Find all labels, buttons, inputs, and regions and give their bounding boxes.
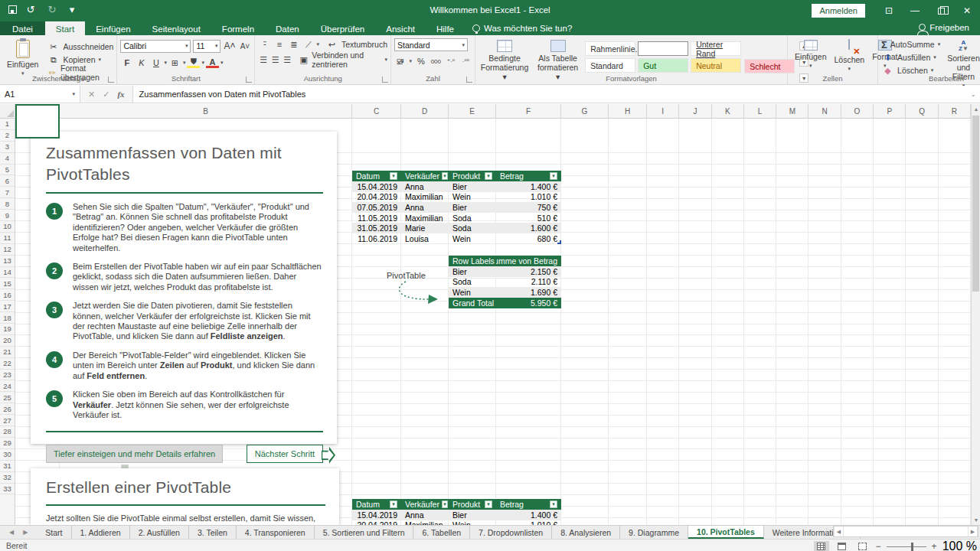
expand-formula-bar-icon[interactable]: ⌄ xyxy=(966,86,980,103)
row-header[interactable]: 9 xyxy=(0,210,15,221)
row-header[interactable]: 26 xyxy=(0,403,15,415)
zoom-in-icon[interactable]: + xyxy=(932,543,937,550)
column-header[interactable]: N xyxy=(808,104,841,118)
style-unterer-rand[interactable]: Unterer Rand xyxy=(691,41,741,56)
next-step-button[interactable]: Nächster Schritt xyxy=(247,445,323,463)
row-header[interactable]: 6 xyxy=(0,175,15,187)
row-header[interactable]: 23 xyxy=(0,370,15,381)
accounting-format-icon[interactable]: 🖳 xyxy=(394,55,407,67)
underline-dropdown-icon[interactable]: ▾ xyxy=(164,60,167,66)
sheet-tab-sortieren[interactable]: 5. Sortieren und Filtern xyxy=(315,526,414,539)
filter-icon[interactable]: ▼ xyxy=(390,500,397,508)
column-header[interactable]: I xyxy=(647,104,679,118)
table-resize-handle[interactable] xyxy=(557,240,561,244)
column-header[interactable]: K xyxy=(712,104,744,118)
column-header[interactable]: M xyxy=(776,104,808,118)
row-header[interactable]: 1 xyxy=(0,119,15,130)
selected-cell-a1[interactable] xyxy=(15,104,60,139)
tab-start[interactable]: Start xyxy=(45,21,85,35)
sheet-tab-ausfuellen[interactable]: 2. Ausfüllen xyxy=(130,526,189,539)
clipboard-dialog-launcher-icon[interactable] xyxy=(108,77,114,83)
row-header[interactable]: 17 xyxy=(0,301,15,312)
cancel-entry-icon[interactable]: ✕ xyxy=(88,90,95,99)
pivot-row[interactable]: Bier 2.150 € xyxy=(449,266,561,277)
fill-color-icon[interactable]: ⛊ xyxy=(187,58,200,68)
pivot-row[interactable]: Soda 2.110 € xyxy=(449,277,561,288)
italic-button[interactable]: K xyxy=(135,57,148,69)
scroll-down-icon[interactable]: ▼ xyxy=(972,515,980,525)
pivot-grand-total-row[interactable]: Grand Total 5.950 € xyxy=(449,298,561,308)
table-row[interactable]: 20.04.2019 Maximilian Wein 1.010 € xyxy=(352,520,561,525)
increase-decimal-icon[interactable]: ⁺·⁰ xyxy=(445,55,457,67)
close-icon[interactable]: ✕ xyxy=(954,0,980,21)
sign-in-button[interactable]: Anmelden xyxy=(812,4,865,18)
table-row[interactable]: 20.04.2019 Maximilian Wein 1.010 € xyxy=(352,192,561,203)
row-header[interactable]: 24 xyxy=(0,380,15,392)
row-header[interactable]: 29 xyxy=(0,438,15,449)
row-header[interactable]: 28 xyxy=(0,426,15,438)
row-header[interactable]: 13 xyxy=(0,256,15,267)
column-header[interactable]: B xyxy=(60,104,352,118)
table-row[interactable]: 15.04.2019 Anna Bier 1.400 € xyxy=(352,510,561,520)
row-header[interactable]: 8 xyxy=(0,198,15,210)
column-header[interactable]: C xyxy=(352,104,401,118)
horizontal-scrollbar[interactable]: ◀ ▶ xyxy=(833,526,978,537)
row-header[interactable]: 22 xyxy=(0,358,15,370)
percent-icon[interactable]: % xyxy=(415,55,427,67)
ribbon-display-options-icon[interactable]: ⊡ xyxy=(876,0,902,21)
orientation-icon[interactable]: ⟋ xyxy=(302,38,315,51)
table-row[interactable]: 11.05.2019 Maximilian Soda 510 € xyxy=(352,213,561,223)
zoom-out-icon[interactable]: − xyxy=(876,543,881,550)
page-break-view-icon[interactable] xyxy=(855,541,871,551)
tell-me-box[interactable]: Was möchten Sie tun? xyxy=(465,21,580,35)
row-header[interactable]: 31 xyxy=(0,461,15,472)
row-header[interactable]: 21 xyxy=(0,347,15,358)
table-row[interactable]: 31.05.2019 Marie Soda 1.600 € xyxy=(352,223,561,233)
column-header[interactable]: O xyxy=(841,104,874,118)
align-top-icon[interactable]: ⸚ xyxy=(258,38,271,51)
name-box[interactable]: A1 ▾ xyxy=(0,86,80,103)
sheet-tab-addieren[interactable]: 1. Addieren xyxy=(72,526,130,539)
column-header[interactable]: E xyxy=(449,104,496,118)
row-header[interactable]: 2 xyxy=(0,130,15,142)
learn-more-button[interactable]: Tiefer einsteigen und mehr Details erfah… xyxy=(46,445,223,463)
insert-function-icon[interactable]: fx xyxy=(117,90,124,99)
column-header[interactable]: F xyxy=(496,104,561,118)
align-middle-icon[interactable]: ≡ xyxy=(273,38,286,51)
style-standard[interactable]: Standard xyxy=(585,58,635,73)
name-box-dropdown-icon[interactable]: ▾ xyxy=(72,91,75,97)
prev-sheet-icon[interactable]: ◀ xyxy=(9,529,14,536)
font-color-icon[interactable]: A xyxy=(206,58,219,68)
filter-icon[interactable]: ▼ xyxy=(485,500,492,508)
align-center-icon[interactable]: ☰ xyxy=(270,54,281,66)
sheet-tab-tabellen[interactable]: 6. Tabellen xyxy=(413,526,470,539)
next-sheet-icon[interactable]: ▶ xyxy=(23,529,28,536)
row-header[interactable]: 33 xyxy=(0,484,15,495)
tab-ansicht[interactable]: Ansicht xyxy=(375,21,426,35)
filter-icon[interactable]: ▼ xyxy=(550,500,557,508)
number-format-select[interactable]: Standard▾ xyxy=(394,38,468,51)
normal-view-icon[interactable] xyxy=(814,541,829,551)
row-header[interactable]: 10 xyxy=(0,221,15,233)
table-row[interactable]: 15.04.2019 Anna Bier 1.400 € xyxy=(352,181,561,192)
sheet-tab-dropdownlisten[interactable]: 7. Dropdownlisten xyxy=(470,526,552,539)
fill-button[interactable]: ⬇Ausfüllen▾ xyxy=(881,51,940,64)
column-header[interactable]: J xyxy=(679,104,711,118)
row-header[interactable]: 12 xyxy=(0,244,15,256)
comma-style-icon[interactable]: 000 xyxy=(430,55,443,67)
row-header[interactable]: 4 xyxy=(0,153,15,165)
zoom-slider[interactable] xyxy=(887,546,926,547)
table-row[interactable]: 07.05.2019 Anna Bier 750 € xyxy=(352,202,561,213)
tab-seitenlayout[interactable]: Seitenlayout xyxy=(142,21,211,35)
restore-icon[interactable] xyxy=(928,0,954,21)
cut-button[interactable]: ✂Ausschneiden xyxy=(47,41,113,53)
increase-font-icon[interactable]: A˄ xyxy=(223,40,236,52)
column-header[interactable]: Q xyxy=(906,104,938,118)
minimize-icon[interactable]: — xyxy=(902,0,928,21)
tab-formeln[interactable]: Formeln xyxy=(211,21,265,35)
row-header[interactable]: 16 xyxy=(0,289,15,301)
filter-icon[interactable]: ▼ xyxy=(390,172,397,180)
merge-center-button[interactable]: ▣Verbinden und zentrieren▾ xyxy=(299,54,387,66)
sheet-tab-pivottables[interactable]: 10. PivotTables xyxy=(688,526,764,539)
sheet-tab-teilen[interactable]: 3. Teilen xyxy=(189,526,237,539)
